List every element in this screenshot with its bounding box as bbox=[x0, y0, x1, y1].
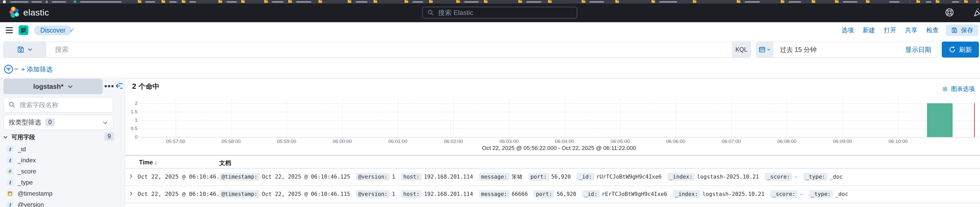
inspect-button[interactable]: 检查 bbox=[926, 26, 939, 34]
refresh-icon bbox=[949, 46, 956, 53]
bookmark-folder-icon[interactable] bbox=[374, 0, 377, 3]
bookmark-folder-icon[interactable] bbox=[241, 0, 245, 3]
chart-options-button[interactable]: 图表选项 bbox=[942, 85, 975, 93]
refresh-button[interactable]: 刷新 bbox=[942, 41, 979, 58]
bookmark-folder-icon[interactable] bbox=[456, 0, 460, 3]
bookmark-item bbox=[590, 1, 604, 3]
bookmark-folder-icon[interactable] bbox=[518, 0, 522, 3]
bookmark-folder-icon[interactable] bbox=[162, 0, 165, 3]
chart-plot-area[interactable]: 05:57:0005:58:0005:59:0006:00:0006:01:00… bbox=[140, 98, 978, 137]
bookmark-folder-icon[interactable] bbox=[288, 0, 292, 3]
number-field-icon: # bbox=[6, 168, 13, 175]
y-axis-tick: 0 bbox=[135, 134, 137, 140]
bookmark-folder-icon[interactable] bbox=[781, 0, 784, 3]
chevron-down-icon bbox=[68, 85, 73, 88]
bookmark-folder-icon[interactable] bbox=[916, 0, 920, 3]
bookmark-folder-icon[interactable] bbox=[693, 0, 697, 3]
index-pattern-name: logstash* bbox=[33, 82, 63, 91]
share-button[interactable]: 共享 bbox=[905, 26, 918, 34]
row-timestamp: Oct 22, 2025 @ 06:10:46.125 bbox=[137, 174, 230, 180]
global-search[interactable] bbox=[422, 7, 577, 19]
x-gridline bbox=[175, 98, 176, 137]
calendar-menu-button[interactable] bbox=[756, 42, 773, 57]
doc-field-value: 56,920 bbox=[557, 191, 576, 197]
bookmark-folder-icon[interactable] bbox=[812, 0, 815, 3]
field-name: @timestamp bbox=[18, 190, 52, 197]
bookmark-folder-icon[interactable] bbox=[404, 0, 408, 3]
expand-row-icon[interactable] bbox=[129, 191, 134, 197]
sidebar-field-@version[interactable]: t@version bbox=[0, 199, 125, 207]
bookmark-folder-icon[interactable] bbox=[936, 0, 939, 3]
string-field-icon: t bbox=[6, 201, 13, 207]
query-input[interactable] bbox=[46, 42, 732, 57]
bookmark-folder-icon[interactable] bbox=[318, 0, 322, 3]
newsfeed-icon[interactable] bbox=[973, 8, 980, 18]
table-row: Oct 22, 2025 @ 06:10:46.115@timestamp:Oc… bbox=[125, 186, 980, 203]
field-search-input[interactable] bbox=[19, 101, 108, 109]
row-document: @timestamp:Oct 22, 2025 @ 06:10:46.115@v… bbox=[219, 190, 977, 199]
discover-main-panel: 2个命中 图表选项 21.510.50 05:57:0005:58:0005:5… bbox=[125, 79, 980, 207]
bookmark-folder-icon[interactable] bbox=[866, 0, 870, 3]
bookmark-folder-icon[interactable] bbox=[582, 0, 585, 3]
elastic-logo[interactable]: elastic bbox=[9, 6, 49, 18]
y-axis-tick: 1 bbox=[135, 117, 137, 123]
bookmark-folder-icon[interactable] bbox=[737, 0, 740, 3]
histogram-bar[interactable] bbox=[927, 103, 953, 137]
saved-query-menu-button[interactable] bbox=[3, 42, 46, 57]
index-pattern-selector[interactable]: logstash* bbox=[3, 79, 103, 94]
chevron-down-icon bbox=[3, 136, 8, 139]
bookmark-folder-icon[interactable] bbox=[264, 0, 268, 3]
bookmark-folder-icon[interactable] bbox=[835, 0, 838, 3]
x-axis-tick: 06:07:00 bbox=[722, 139, 741, 144]
query-language-button[interactable]: KQL bbox=[732, 42, 751, 57]
filter-by-type-dropdown[interactable]: 按类型筛选 0 bbox=[3, 115, 113, 130]
bookmark-item bbox=[889, 1, 900, 3]
expand-row-icon[interactable] bbox=[129, 174, 134, 180]
sidebar-field-_score[interactable]: #_score bbox=[0, 166, 125, 177]
bookmark-folder-icon[interactable] bbox=[429, 0, 433, 3]
bookmark-folder-icon[interactable] bbox=[484, 0, 488, 3]
sidebar-field-_index[interactable]: t_index bbox=[0, 155, 125, 166]
bookmark-folder-icon[interactable] bbox=[138, 0, 142, 3]
bookmark-item bbox=[464, 1, 479, 3]
sidebar-field-@timestamp[interactable]: @timestamp bbox=[0, 188, 125, 199]
bookmark-folder-icon[interactable] bbox=[651, 0, 655, 3]
bookmark-folder-icon[interactable] bbox=[548, 0, 552, 3]
y-axis-tick: 0.5 bbox=[131, 126, 137, 131]
bookmark-item bbox=[745, 1, 760, 3]
doc-field-name: host: bbox=[401, 173, 422, 181]
time-range-value[interactable]: 过去 15 分钟 bbox=[773, 42, 817, 57]
sidebar-field-_type[interactable]: t_type bbox=[0, 177, 125, 188]
bookmark-folder-icon[interactable] bbox=[218, 0, 222, 3]
add-filter-button[interactable]: + 添加筛选 bbox=[21, 65, 53, 74]
filter-icon[interactable] bbox=[4, 64, 13, 75]
filter-bar: + 添加筛选 bbox=[0, 62, 980, 77]
bookmark-folder-icon[interactable] bbox=[615, 0, 619, 3]
help-icon[interactable] bbox=[945, 8, 954, 18]
x-axis-tick: 06:00:00 bbox=[333, 139, 352, 144]
save-button[interactable]: 保存 bbox=[946, 25, 978, 36]
show-dates-button[interactable]: 显示日期 bbox=[905, 42, 937, 57]
menu-icon[interactable] bbox=[6, 27, 13, 33]
sidebar-field-_id[interactable]: t_id bbox=[0, 144, 125, 155]
query-bar: KQL bbox=[3, 41, 751, 58]
new-button[interactable]: 新建 bbox=[863, 26, 875, 34]
bookmark-item bbox=[189, 1, 196, 3]
x-gridline bbox=[731, 98, 732, 137]
collapse-sidebar-icon[interactable] bbox=[116, 82, 123, 90]
bookmark-folder-icon[interactable] bbox=[964, 0, 968, 3]
search-icon bbox=[8, 101, 16, 108]
time-column-header[interactable]: Time↓ bbox=[139, 159, 158, 166]
chevron-down-icon bbox=[767, 48, 771, 51]
space-avatar[interactable]: 默 bbox=[19, 25, 29, 35]
filter-drop-hint bbox=[14, 68, 18, 70]
options-button[interactable]: 选项 bbox=[842, 26, 854, 34]
index-options-icon[interactable] bbox=[105, 85, 113, 87]
open-button[interactable]: 打开 bbox=[884, 26, 896, 34]
bookmark-folder-icon[interactable] bbox=[182, 0, 185, 3]
bookmark-folder-icon[interactable] bbox=[348, 0, 351, 3]
available-fields-header[interactable]: 可用字段 bbox=[3, 133, 35, 141]
field-search[interactable] bbox=[3, 97, 113, 112]
global-search-input[interactable] bbox=[438, 8, 572, 17]
doc-field-name: @timestamp: bbox=[219, 190, 260, 198]
